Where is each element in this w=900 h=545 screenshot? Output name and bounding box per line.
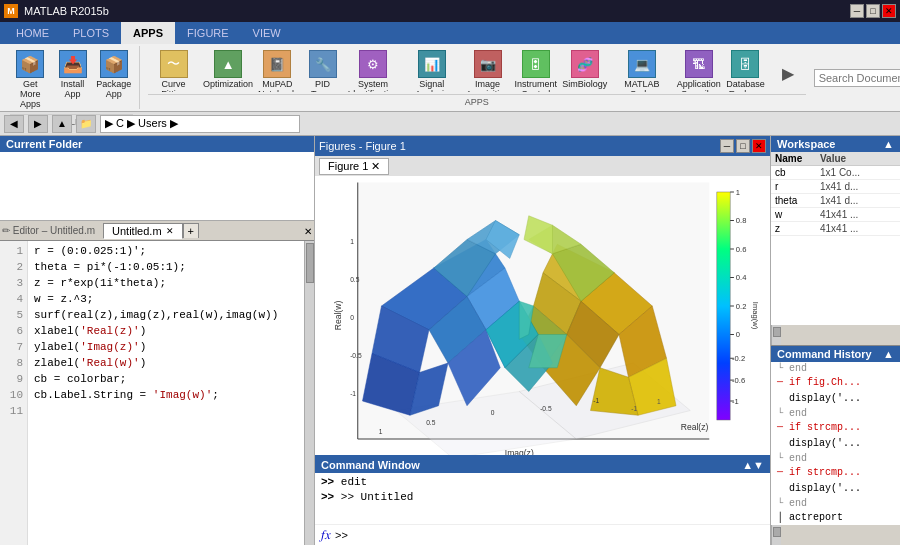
figure-minimize[interactable]: ─ bbox=[720, 139, 734, 153]
code-line-7: xlabel('Real(z)') bbox=[34, 323, 298, 339]
image-acquisition-button[interactable]: 📷 ImageAcquisition bbox=[465, 48, 510, 92]
search-input[interactable] bbox=[814, 69, 900, 87]
ribbon-file-items: 📦 Get MoreApps 📥 InstallApp 📦 PackageApp bbox=[10, 48, 133, 112]
figure-title: Figures - Figure 1 bbox=[319, 140, 406, 152]
hist-line-disp2[interactable]: display('... bbox=[771, 436, 900, 452]
hist-line-disp3[interactable]: display('... bbox=[771, 481, 900, 497]
svg-text:-0.5: -0.5 bbox=[350, 352, 362, 359]
figure-titlebar: Figures - Figure 1 ─ □ ✕ bbox=[315, 136, 770, 156]
optimization-button[interactable]: ▲ Optimization bbox=[203, 48, 253, 92]
cmd-line-1: >> edit bbox=[321, 475, 764, 490]
command-scroll-icons: ▲▼ bbox=[742, 459, 764, 471]
workspace-row-r[interactable]: r 1x41 d... bbox=[771, 180, 900, 194]
code-line-6: surf(real(z),imag(z),real(w),imag(w)) bbox=[34, 307, 298, 323]
hist-actreport[interactable]: │ actreport bbox=[771, 510, 900, 525]
editor-tab-untitled[interactable]: Untitled.m ✕ bbox=[103, 223, 183, 239]
editor-scrollbar[interactable] bbox=[304, 241, 314, 545]
code-area[interactable]: r = (0:0.025:1)'; theta = pi*(-1:0.05:1)… bbox=[28, 241, 304, 545]
package-app-button[interactable]: 📦 PackageApp bbox=[95, 48, 133, 102]
workspace-table: Name Value cb 1x1 Co... r 1x41 d... thet… bbox=[771, 152, 900, 325]
editor-path: ✏ Editor – Untitled.m bbox=[2, 225, 95, 236]
browse-button[interactable]: 📁 bbox=[76, 115, 96, 133]
hist-end: └ end bbox=[771, 362, 900, 375]
svg-text:-1: -1 bbox=[350, 390, 356, 397]
workspace-row-w[interactable]: w 41x41 ... bbox=[771, 208, 900, 222]
tab-home[interactable]: HOME bbox=[4, 22, 61, 44]
svg-text:-1: -1 bbox=[593, 397, 599, 404]
workspace-scrollbar[interactable] bbox=[771, 325, 781, 345]
close-editor-button[interactable]: ✕ bbox=[304, 225, 312, 237]
command-window: Command Window ▲▼ >> edit >> >> Untitled… bbox=[315, 455, 770, 545]
svg-text:1: 1 bbox=[735, 188, 739, 197]
tab-figure[interactable]: FIGURE bbox=[175, 22, 241, 44]
figure-close[interactable]: ✕ bbox=[752, 139, 766, 153]
workspace-row-cb[interactable]: cb 1x1 Co... bbox=[771, 166, 900, 180]
minimize-button[interactable]: ─ bbox=[850, 4, 864, 18]
current-folder-header: Current Folder bbox=[0, 136, 314, 152]
maximize-button[interactable]: □ bbox=[866, 4, 880, 18]
command-input-line: 𝑓𝑥 >> bbox=[315, 524, 770, 545]
curve-fitting-button[interactable]: 〜 Curve Fitting bbox=[148, 48, 199, 92]
workspace-controls: ▲ bbox=[883, 138, 894, 150]
application-compiler-button[interactable]: 🏗 ApplicationCompiler bbox=[676, 48, 721, 92]
workspace-header: Workspace ▲ bbox=[771, 136, 900, 152]
current-folder-panel: Current Folder bbox=[0, 136, 314, 221]
title-bar-left: M MATLAB R2015b bbox=[4, 4, 109, 18]
more-apps-button[interactable]: ▶ bbox=[770, 48, 806, 85]
mupad-notebook-button[interactable]: 📓 MuPADNotebook bbox=[257, 48, 297, 92]
svg-text:-1: -1 bbox=[631, 405, 637, 412]
folder-list bbox=[0, 152, 314, 220]
instrument-control-button[interactable]: 🎛 InstrumentControl bbox=[514, 48, 558, 92]
code-line-9: zlabel('Real(w)') bbox=[34, 355, 298, 371]
figure-tab-1[interactable]: Figure 1 ✕ bbox=[319, 158, 389, 175]
svg-text:0: 0 bbox=[490, 409, 494, 416]
system-identification-button[interactable]: ⚙ SystemIdentification bbox=[348, 48, 399, 92]
cmd-prompt-symbol: >> bbox=[335, 529, 348, 541]
close-button[interactable]: ✕ bbox=[882, 4, 896, 18]
center-area: Figures - Figure 1 ─ □ ✕ Figure 1 ✕ bbox=[315, 136, 770, 545]
get-more-apps-button[interactable]: 📦 Get MoreApps bbox=[10, 48, 51, 112]
back-button[interactable]: ◀ bbox=[4, 115, 24, 133]
tab-view[interactable]: VIEW bbox=[241, 22, 293, 44]
figure-maximize[interactable]: □ bbox=[736, 139, 750, 153]
hist-line-if1[interactable]: ─ if fig.Ch... bbox=[771, 375, 900, 391]
figure-tabs-bar: Figure 1 ✕ bbox=[315, 156, 770, 176]
hist-end-3: └ end bbox=[771, 452, 900, 465]
install-app-button[interactable]: 📥 InstallApp bbox=[55, 48, 91, 102]
database-explorer-button[interactable]: 🗄 DatabaseExplorer bbox=[725, 48, 765, 92]
svg-text:-1: -1 bbox=[732, 397, 739, 406]
forward-button[interactable]: ▶ bbox=[28, 115, 48, 133]
svg-text:Real(z): Real(z) bbox=[680, 422, 708, 432]
workspace-row-theta[interactable]: theta 1x41 d... bbox=[771, 194, 900, 208]
history-scrollbar[interactable] bbox=[771, 525, 781, 545]
address-bar[interactable] bbox=[100, 115, 300, 133]
editor-tab-new[interactable]: + bbox=[183, 223, 199, 238]
svg-text:1: 1 bbox=[350, 238, 354, 245]
code-line-1: r = (0:0.025:1)'; bbox=[34, 243, 298, 259]
matlab-coder-button[interactable]: 💻 MATLAB Coder bbox=[612, 48, 673, 92]
ribbon-tabs: HOME PLOTS APPS FIGURE VIEW bbox=[0, 22, 900, 44]
tab-apps[interactable]: APPS bbox=[121, 22, 175, 44]
title-bar: M MATLAB R2015b ─ □ ✕ bbox=[0, 0, 900, 22]
svg-text:1: 1 bbox=[657, 398, 661, 405]
app-icon: M bbox=[4, 4, 18, 18]
right-area: Workspace ▲ Name Value cb 1x1 Co... r 1x… bbox=[770, 136, 900, 545]
hist-line-strcmp2[interactable]: ─ if strcmp... bbox=[771, 465, 900, 481]
svg-text:0.5: 0.5 bbox=[426, 419, 436, 426]
simbiology-button[interactable]: 🧬 SimBiology bbox=[562, 48, 608, 92]
pid-tuner-button[interactable]: 🔧 PID Tuner bbox=[302, 48, 344, 92]
window-controls: ─ □ ✕ bbox=[850, 4, 896, 18]
command-window-header: Command Window ▲▼ bbox=[315, 457, 770, 473]
history-content: └ end ─ if fig.Ch... display('... └ end … bbox=[771, 362, 900, 525]
hist-line-disp1[interactable]: display('... bbox=[771, 391, 900, 407]
tab-plots[interactable]: PLOTS bbox=[61, 22, 121, 44]
up-button[interactable]: ▲ bbox=[52, 115, 72, 133]
svg-text:Imag(w): Imag(w) bbox=[750, 302, 757, 330]
svg-text:0: 0 bbox=[350, 314, 354, 321]
command-input[interactable] bbox=[352, 529, 764, 541]
tab-close-icon[interactable]: ✕ bbox=[166, 226, 174, 236]
editor-content: 12345 67891011 r = (0:0.025:1)'; theta =… bbox=[0, 241, 314, 545]
workspace-row-z[interactable]: z 41x41 ... bbox=[771, 222, 900, 236]
hist-line-strcmp1[interactable]: ─ if strcmp... bbox=[771, 420, 900, 436]
signal-analysis-button[interactable]: 📊 Signal Analysis bbox=[402, 48, 461, 92]
